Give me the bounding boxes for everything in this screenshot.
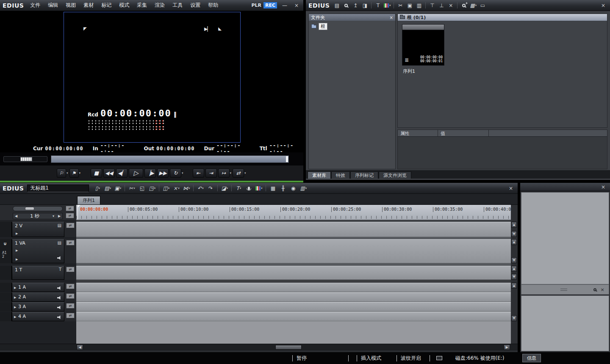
scroll-down-button[interactable]: ▼ — [511, 274, 517, 280]
save-project-icon[interactable]: ▣▾ — [113, 184, 122, 193]
dropdown-caret[interactable]: ▾ — [182, 171, 183, 175]
track-patch-button[interactable]: ⇄ — [66, 313, 75, 318]
dropdown-caret[interactable]: ▾ — [189, 187, 190, 190]
audio-mute-icon[interactable] — [57, 255, 61, 261]
scroll-down-button[interactable]: ▼ — [511, 315, 517, 321]
scale-value[interactable]: 1 秒 — [19, 213, 50, 219]
search-icon[interactable] — [341, 1, 351, 10]
timeline-horizontal-scrollbar[interactable]: ◀ ▶ — [0, 344, 518, 350]
sync-point-button[interactable]: ⇄ — [233, 168, 244, 178]
ripple-mode[interactable]: 波纹开启 — [396, 355, 421, 361]
scroll-down-button[interactable]: ▼ — [511, 257, 517, 263]
track-header-main[interactable]: 2 V ▤ ▶ — [12, 222, 64, 237]
video-preview-area[interactable]: ◤ ▶▏ ◣ Rcd 00:00:00:00 ‖ — [0, 11, 303, 145]
lane-1t[interactable] — [76, 266, 511, 280]
delete-icon[interactable]: ×▾ — [172, 184, 181, 193]
property-value-column-header[interactable]: 值 — [438, 130, 489, 136]
tab-effects[interactable]: 特效 — [331, 171, 350, 179]
lane-2a[interactable] — [76, 292, 511, 302]
track-header-4a[interactable]: ▶ 4 A ⇄ — [0, 312, 76, 321]
dropdown-caret[interactable]: ▾ — [120, 187, 122, 190]
audio-mute-icon[interactable] — [57, 305, 61, 311]
scale-decrease-button[interactable]: ◀ — [13, 214, 19, 218]
sequence-tab-1[interactable]: 序列1 — [77, 196, 100, 204]
lane-1va[interactable] — [76, 239, 511, 263]
track-header-main[interactable]: ▶ 4 A — [12, 312, 64, 321]
new-folder-icon[interactable]: ▤ — [332, 1, 341, 10]
fast-forward-button[interactable]: ▶▶ — [157, 168, 169, 178]
lane-3a[interactable] — [76, 302, 511, 312]
splitter-handle[interactable] — [560, 289, 567, 291]
video-mute-icon[interactable]: ▤ — [58, 240, 61, 245]
palette-lower-pane[interactable] — [521, 295, 609, 351]
project-title-field[interactable]: 无标题1 — [27, 185, 89, 192]
scroll-up-button[interactable]: ▲ — [511, 266, 517, 272]
track-header-1t[interactable]: 1 T T ⇄ — [0, 266, 76, 280]
audio-mixer-icon[interactable]: ╫ — [278, 184, 288, 193]
track-header-1va[interactable]: ∪ A12 1 VA ▤ ▶ ▶ ⇄ — [0, 239, 76, 263]
next-frame-button[interactable]: ▕▶ — [144, 168, 156, 178]
track-patch-button[interactable]: ⇄ — [66, 267, 75, 272]
title-tool-icon[interactable]: T▾ — [234, 184, 243, 193]
scrollbar-thumb[interactable] — [275, 345, 302, 350]
scroll-up-button[interactable]: ▲ — [511, 222, 517, 228]
track-patch-button[interactable]: ⇄ — [66, 240, 75, 245]
scale-increase-button[interactable]: ▶ — [56, 214, 62, 218]
dropdown-caret[interactable]: ▾ — [230, 171, 232, 175]
new-sequence-icon[interactable]: ▯▾ — [93, 184, 102, 193]
dropdown-caret[interactable]: ▾ — [67, 171, 68, 175]
lane-1a[interactable] — [76, 283, 511, 292]
video-mute-icon[interactable]: ▤ — [58, 223, 61, 228]
track-header-main[interactable]: ▶ 3 A — [12, 302, 64, 312]
monitor-icon[interactable]: ▾ — [383, 1, 392, 10]
shuttle-slider[interactable] — [3, 156, 47, 162]
microphone-icon[interactable] — [244, 184, 253, 193]
clip-grid[interactable]: ≣ 00:00:00:00 00:00:00:01 序列1 — [398, 21, 607, 127]
expand-track-icon[interactable]: ▶ — [16, 249, 18, 252]
scroll-right-button[interactable]: ▶ — [504, 345, 510, 350]
close-icon[interactable]: × — [599, 286, 606, 293]
track-header-3a[interactable]: ▶ 3 A ⇄ — [0, 302, 76, 312]
menu-file[interactable]: 文件 — [26, 1, 44, 10]
scroll-up-button[interactable]: ▲ — [511, 283, 517, 289]
track-height-button[interactable]: ⇄ — [66, 206, 74, 211]
cut-icon[interactable]: ✂ — [396, 1, 405, 10]
dropdown-caret[interactable]: ▾ — [154, 187, 156, 190]
zoom-slider-handle[interactable] — [25, 207, 34, 210]
menu-edit[interactable]: 编辑 — [44, 1, 62, 10]
dropdown-caret[interactable]: ▾ — [227, 187, 228, 190]
go-to-in-point-button[interactable]: ⇤ — [193, 168, 204, 178]
dropdown-caret[interactable]: ▾ — [261, 187, 263, 190]
menu-tools[interactable]: 工具 — [169, 1, 186, 10]
export-icon[interactable]: ◨ — [360, 1, 369, 10]
lane-4a[interactable] — [76, 312, 511, 321]
pin-down-icon[interactable]: ⊥ — [437, 1, 446, 10]
rewind-button[interactable]: ◀◀ — [103, 168, 115, 178]
previous-frame-button[interactable]: ◀▏ — [116, 168, 128, 178]
dropdown-caret[interactable]: ▾ — [475, 4, 477, 7]
track-header-2a[interactable]: ▶ 2 A ⇄ — [0, 292, 76, 302]
menu-marker[interactable]: 标记 — [97, 1, 115, 10]
rec-indicator[interactable]: REC — [263, 2, 277, 8]
position-indicator[interactable] — [286, 156, 288, 162]
capture-icon[interactable]: ↥ — [351, 1, 360, 10]
add-search-icon[interactable] — [459, 1, 469, 10]
add-search-icon[interactable] — [591, 286, 599, 293]
play-button[interactable]: ▷ — [129, 168, 143, 178]
track-header-2v[interactable]: 2 V ▤ ▶ ⇄ — [0, 222, 76, 237]
palette-splitter[interactable]: × — [521, 284, 609, 295]
copy-icon[interactable]: ▣ — [405, 1, 414, 10]
ripple-delete-icon[interactable]: ⋈▾ — [182, 184, 191, 193]
video-patch-indicator[interactable]: ∪ — [3, 241, 7, 246]
track-patch-button[interactable]: ⇄ — [66, 284, 75, 289]
audio-mute-icon[interactable] — [57, 295, 61, 301]
dropdown-caret[interactable]: ▾ — [305, 187, 307, 190]
delete-icon[interactable]: × — [446, 1, 455, 10]
undo-icon[interactable]: ↶▾ — [196, 184, 205, 193]
edit-mode[interactable]: 插入模式 — [357, 355, 381, 361]
timeline-ruler[interactable]: 00:00:00:00 00:00:05:00 00:00:10:00 00:0… — [76, 205, 511, 220]
scale-dropdown-caret[interactable]: ▾ — [50, 214, 56, 218]
folder-tree-item-root[interactable]: 根 — [311, 23, 393, 30]
dropdown-caret[interactable]: ▾ — [79, 171, 81, 175]
set-out-point-button[interactable]: ⚑ — [69, 168, 79, 178]
